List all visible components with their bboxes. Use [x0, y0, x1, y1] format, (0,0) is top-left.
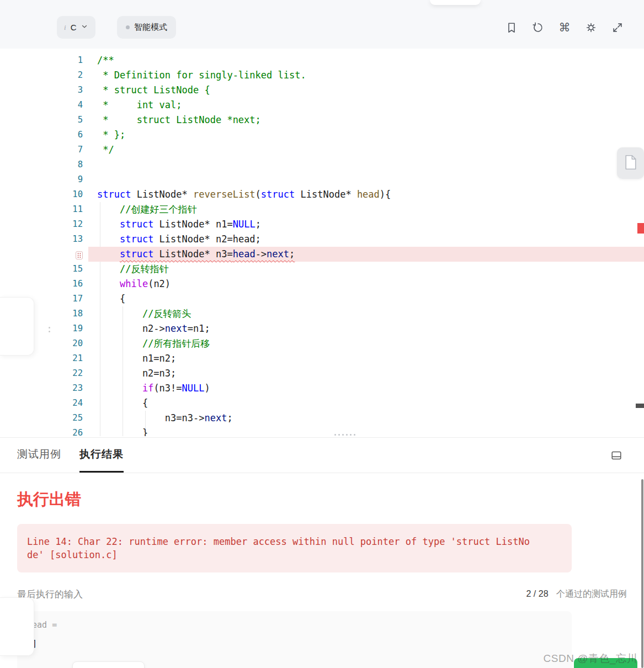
line-number: 15: [0, 262, 88, 277]
floating-card-cut: [430, 0, 481, 5]
code-text: [88, 157, 644, 172]
line-number: 8: [0, 157, 88, 172]
smart-mode-button[interactable]: 智能模式: [117, 16, 176, 39]
line-number: 22: [0, 366, 88, 381]
overview-error-marker: [637, 223, 644, 234]
code-line[interactable]: 3 * struct ListNode {: [0, 83, 644, 98]
panel-resize-handle[interactable]: [334, 434, 355, 436]
left-resize-handle[interactable]: [49, 327, 50, 332]
code-line[interactable]: 10struct ListNode* reverseList(struct Li…: [0, 187, 644, 202]
code-text: n3=n3->next;: [88, 411, 644, 426]
code-editor[interactable]: 1/**2 * Definition for singly-linked lis…: [0, 49, 644, 436]
fullscreen-icon[interactable]: [611, 21, 624, 34]
line-number: 16: [0, 277, 88, 291]
tab-testcase[interactable]: 测试用例: [17, 438, 61, 473]
code-line[interactable]: struct ListNode* n3=head->next;: [0, 247, 644, 262]
code-line[interactable]: 16 while(n2): [0, 277, 644, 291]
passed-testcases: 2 / 28 个通过的测试用例: [526, 589, 627, 600]
code-text: struct ListNode* n2=head;: [88, 232, 644, 247]
left-panel-cut-card: [0, 597, 34, 656]
line-number: 13: [0, 232, 88, 247]
code-text: //反转指针: [88, 262, 644, 277]
last-input-row: 最后执行的输入 2 / 28 个通过的测试用例: [17, 588, 627, 601]
code-text: * struct ListNode {: [88, 83, 644, 98]
line-number: 23: [0, 381, 88, 396]
language-label: C: [71, 23, 77, 32]
editor-scrollbar-thumb[interactable]: [636, 404, 644, 408]
code-line[interactable]: 1/**: [0, 53, 644, 68]
code-line[interactable]: 12 struct ListNode* n1=NULL;: [0, 217, 644, 232]
code-text: //创建好三个指针: [88, 202, 644, 217]
code-text: * int val;: [88, 98, 644, 113]
code-text: {: [88, 396, 644, 411]
notes-widget-button[interactable]: [617, 147, 644, 179]
code-line[interactable]: 20 //所有指针后移: [0, 336, 644, 351]
code-line[interactable]: 9: [0, 172, 644, 187]
tab-run-result[interactable]: 执行结果: [79, 438, 124, 473]
console-scrollbar[interactable]: [641, 479, 643, 668]
mode-dot-icon: [126, 25, 130, 29]
code-line[interactable]: 5 * struct ListNode *next;: [0, 113, 644, 128]
code-text: if(n3!=NULL): [88, 381, 644, 396]
line-number: 6: [0, 128, 88, 142]
code-line[interactable]: 18 //反转箭头: [0, 306, 644, 321]
code-text: */: [88, 142, 644, 157]
code-line[interactable]: 4 * int val;: [0, 98, 644, 113]
line-number: 26: [0, 426, 88, 436]
code-text: struct ListNode* n1=NULL;: [88, 217, 644, 232]
line-number: 10: [0, 187, 88, 202]
toolbar-icon-group: ⌘: [505, 21, 624, 34]
code-line[interactable]: 24 {: [0, 396, 644, 411]
line-number: 7: [0, 142, 88, 157]
code-text: * struct ListNode *next;: [88, 113, 644, 128]
settings-gear-icon[interactable]: [584, 21, 598, 34]
code-line[interactable]: 25 n3=n3->next;: [0, 411, 644, 426]
code-line[interactable]: 2 * Definition for singly-linked list.: [0, 68, 644, 83]
code-text: struct ListNode* reverseList(struct List…: [88, 187, 644, 202]
document-icon: [624, 155, 637, 172]
code-text: /**: [88, 53, 644, 68]
code-line[interactable]: 17 {: [0, 291, 644, 306]
panel-layout-icon[interactable]: [610, 438, 622, 473]
code-line[interactable]: 26 }: [0, 426, 644, 436]
code-line[interactable]: 8: [0, 157, 644, 172]
passed-suffix: 个通过的测试用例: [556, 589, 627, 598]
line-number: 1: [0, 53, 88, 68]
code-text: n2->next=n1;: [88, 321, 644, 336]
line-number: 2: [0, 68, 88, 83]
code-text: }: [88, 426, 644, 436]
code-line[interactable]: 23 if(n3!=NULL): [0, 381, 644, 396]
code-line[interactable]: 19 n2->next=n1;: [0, 321, 644, 336]
line-number: 11: [0, 202, 88, 217]
line-number: 9: [0, 172, 88, 187]
code-line[interactable]: 15 //反转指针: [0, 262, 644, 277]
line-number: 4: [0, 98, 88, 113]
language-icon: i: [64, 23, 66, 32]
code-text: {: [88, 291, 644, 306]
line-number: 24: [0, 396, 88, 411]
code-line[interactable]: 22 n2=n3;: [0, 366, 644, 381]
code-text: n2=n3;: [88, 366, 644, 381]
code-line[interactable]: 21 n1=n2;: [0, 351, 644, 366]
code-text: [88, 172, 644, 187]
code-text: //所有指针后移: [88, 336, 644, 351]
code-line[interactable]: 13 struct ListNode* n2=head;: [0, 232, 644, 247]
bookmark-icon[interactable]: [505, 21, 518, 34]
code-text: n1=n2;: [88, 351, 644, 366]
code-text: struct ListNode* n3=head->next;: [88, 247, 644, 262]
console-panel: 测试用例 执行结果 执行出错 Line 14: Char 22: runtime…: [0, 437, 644, 668]
input-field-value: []: [27, 639, 562, 649]
code-text: * Definition for singly-linked list.: [88, 68, 644, 83]
input-field-label: head =: [27, 620, 562, 630]
testcase-input-box[interactable]: head = []: [17, 611, 572, 668]
chevron-down-icon: [81, 23, 88, 33]
language-selector[interactable]: i C: [57, 16, 95, 39]
code-line[interactable]: 7 */: [0, 142, 644, 157]
line-number: [0, 247, 88, 262]
command-icon[interactable]: ⌘: [558, 21, 571, 34]
code-line[interactable]: 6 * };: [0, 128, 644, 142]
passed-count: 2 / 28: [526, 589, 549, 598]
restore-icon[interactable]: [531, 21, 545, 34]
code-line[interactable]: 11 //创建好三个指针: [0, 202, 644, 217]
secondary-action-button[interactable]: [72, 661, 145, 668]
